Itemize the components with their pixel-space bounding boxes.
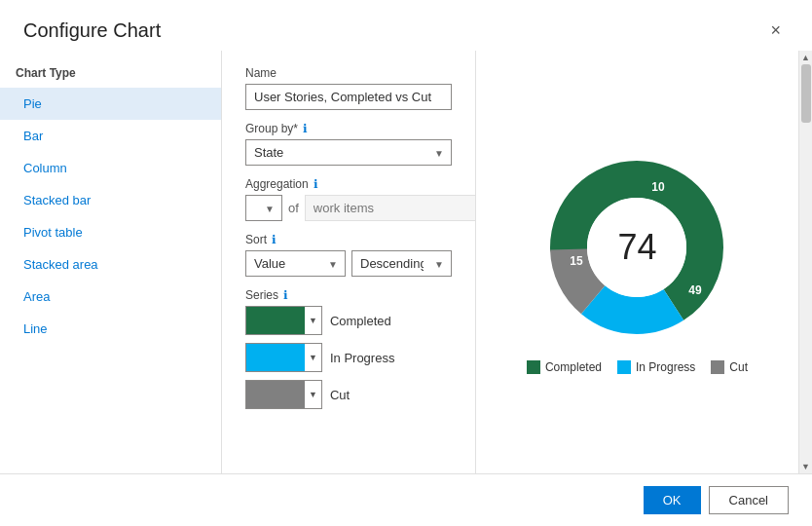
svg-text:10: 10	[652, 180, 666, 194]
legend-color-completed	[527, 360, 540, 374]
sort-value-select-wrapper: Value Label Count ▼	[245, 250, 346, 277]
aggregation-info-icon[interactable]: ℹ	[314, 177, 318, 191]
group-by-select[interactable]: State Iteration Area Assigned To	[245, 139, 452, 166]
aggregation-select[interactable]: Count Sum Average	[245, 195, 282, 221]
svg-text:15: 15	[571, 254, 584, 268]
chart-type-item-bar[interactable]: Bar	[0, 120, 221, 152]
chart-type-item-area[interactable]: Area	[0, 281, 221, 313]
aggregation-label: Aggregation ℹ	[245, 177, 452, 191]
series-row-completed: ▼ Completed	[245, 306, 452, 335]
sort-row: Value Label Count ▼ Descending Ascending…	[245, 250, 452, 277]
name-input[interactable]	[245, 84, 452, 110]
series-color-chevron-cut[interactable]: ▼	[305, 390, 321, 399]
legend-label-cut: Cut	[729, 360, 748, 374]
group-by-info-icon[interactable]: ℹ	[303, 122, 308, 135]
chart-type-item-pie[interactable]: Pie	[0, 88, 221, 120]
series-color-in-progress[interactable]: ▼	[245, 343, 322, 372]
chart-type-item-stacked-area[interactable]: Stacked area	[0, 248, 221, 281]
sort-value-select[interactable]: Value Label Count	[245, 250, 346, 277]
series-label: Series ℹ	[245, 288, 452, 302]
series-color-chevron-in-progress[interactable]: ▼	[305, 353, 321, 362]
cancel-button[interactable]: Cancel	[709, 486, 789, 514]
close-button[interactable]: ×	[762, 18, 789, 43]
sort-direction-select[interactable]: Descending Ascending	[351, 250, 452, 277]
scrollbar-track[interactable]	[799, 64, 812, 460]
aggregation-select-wrapper: Count Sum Average ▼	[245, 195, 282, 221]
work-items-input[interactable]	[305, 195, 475, 221]
name-label: Name	[245, 66, 452, 80]
chart-container: 10 15 49 74 Completed In Progress	[527, 150, 748, 374]
series-name-completed: Completed	[330, 314, 391, 328]
series-color-chevron-completed[interactable]: ▼	[305, 316, 321, 325]
dialog-header: Configure Chart ×	[0, 0, 812, 51]
scroll-up-arrow[interactable]: ▲	[799, 51, 813, 64]
scrollbar-thumb[interactable]	[801, 64, 811, 123]
series-name-in-progress: In Progress	[330, 351, 394, 365]
chart-type-item-stacked-bar[interactable]: Stacked bar	[0, 184, 221, 216]
dialog-title: Configure Chart	[23, 19, 161, 42]
legend-color-cut	[711, 360, 724, 374]
chart-legend: Completed In Progress Cut	[527, 360, 748, 374]
configure-chart-dialog: Configure Chart × Chart Type Pie Bar Col…	[0, 0, 812, 526]
legend-item-cut: Cut	[711, 360, 748, 374]
legend-label-completed: Completed	[545, 360, 602, 374]
series-row-cut: ▼ Cut	[245, 380, 452, 409]
ok-button[interactable]: OK	[644, 486, 701, 514]
chart-type-item-column[interactable]: Column	[0, 152, 221, 184]
series-color-completed[interactable]: ▼	[245, 306, 322, 335]
group-by-select-wrapper: State Iteration Area Assigned To ▼	[245, 139, 452, 166]
series-color-cut[interactable]: ▼	[245, 380, 322, 409]
dialog-footer: OK Cancel	[0, 473, 812, 526]
donut-chart: 10 15 49 74	[539, 150, 734, 345]
series-name-cut: Cut	[330, 388, 350, 402]
svg-text:49: 49	[689, 283, 703, 297]
chart-center-value: 74	[617, 227, 656, 268]
aggregation-row: Count Sum Average ▼ of	[245, 195, 452, 221]
series-row-in-progress: ▼ In Progress	[245, 343, 452, 372]
preview-panel: 10 15 49 74 Completed In Progress	[475, 51, 798, 473]
chart-type-panel: Chart Type Pie Bar Column Stacked bar Pi…	[0, 51, 222, 473]
series-info-icon[interactable]: ℹ	[283, 288, 288, 302]
sort-direction-select-wrapper: Descending Ascending ▼	[351, 250, 452, 277]
chart-type-label: Chart Type	[0, 66, 221, 88]
config-panel: Name Group by* ℹ State Iteration Area As…	[222, 51, 475, 473]
dialog-body: Chart Type Pie Bar Column Stacked bar Pi…	[0, 51, 812, 473]
legend-item-in-progress: In Progress	[617, 360, 695, 374]
group-by-label: Group by* ℹ	[245, 122, 452, 135]
sort-info-icon[interactable]: ℹ	[272, 233, 277, 246]
scrollbar-panel: ▲ ▼	[798, 51, 812, 473]
sort-label: Sort ℹ	[245, 233, 452, 246]
chart-type-item-line[interactable]: Line	[0, 313, 221, 345]
scroll-down-arrow[interactable]: ▼	[799, 460, 813, 473]
legend-label-in-progress: In Progress	[636, 360, 695, 374]
chart-type-item-pivot-table[interactable]: Pivot table	[0, 216, 221, 248]
of-text: of	[288, 201, 299, 215]
legend-color-in-progress	[617, 360, 631, 374]
series-section: Series ℹ ▼ Completed ▼	[245, 288, 452, 409]
legend-item-completed: Completed	[527, 360, 602, 374]
